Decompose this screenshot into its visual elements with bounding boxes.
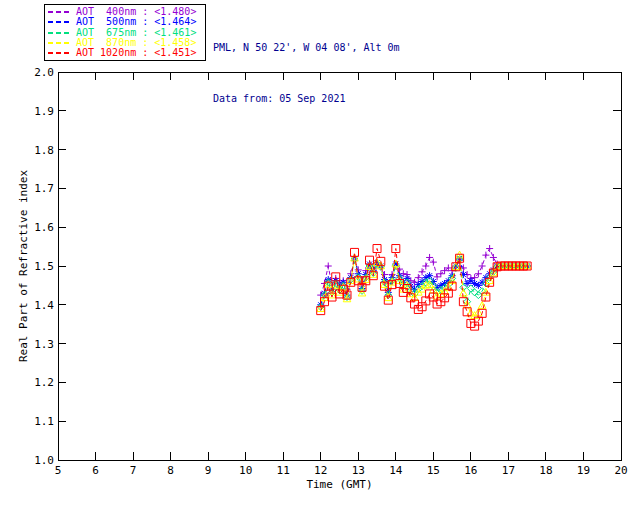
y-tick-label: 1.4	[34, 299, 54, 312]
triangle-markers	[317, 251, 531, 318]
plus-markers	[317, 245, 530, 299]
y-tick-label: 1.2	[34, 376, 54, 389]
x-tick-label: 8	[167, 464, 174, 477]
x-tick-label: 15	[427, 464, 440, 477]
x-tick-label: 13	[352, 464, 365, 477]
legend-item-label: AOT 1020nm : <1.451>	[76, 48, 196, 58]
y-tick-label: 1.9	[34, 105, 54, 118]
x-tick-label: 6	[92, 464, 99, 477]
diamond-dash-swatch	[48, 32, 72, 34]
x-tick-label: 16	[464, 464, 477, 477]
legend-item-label: AOT 675nm : <1.461>	[76, 28, 196, 38]
x-tick-label: 20	[614, 464, 627, 477]
x-tick-label: 10	[239, 464, 252, 477]
x-tick-label: 12	[314, 464, 327, 477]
station-header: PML, N 50 22', W 04 08', Alt 0m Data fro…	[213, 5, 400, 141]
data-date: Data from: 05 Sep 2021	[213, 90, 400, 107]
asterisk-dash-swatch	[48, 21, 72, 23]
square-dash-swatch	[48, 52, 72, 54]
x-tick-label: 11	[277, 464, 290, 477]
station-info: PML, N 50 22', W 04 08', Alt 0m	[213, 39, 400, 56]
y-tick-label: 1.0	[34, 454, 54, 467]
y-axis-title: Real Part of Refractive index	[17, 170, 30, 362]
x-tick-label: 19	[577, 464, 590, 477]
y-tick-label: 1.7	[34, 182, 54, 195]
legend-item: AOT 500nm : <1.464>	[48, 17, 202, 27]
series-aot-400nm	[317, 245, 530, 299]
x-tick-label: 17	[502, 464, 515, 477]
legend-box: AOT 400nm : <1.480>AOT 500nm : <1.464>AO…	[44, 4, 206, 61]
x-tick-label: 7	[130, 464, 137, 477]
y-tick-label: 2.0	[34, 66, 54, 79]
y-tick-label: 1.1	[34, 415, 54, 428]
series-aot-870nm	[317, 251, 531, 318]
y-tick-label: 1.5	[34, 260, 54, 273]
x-tick-label: 5	[55, 464, 62, 477]
y-tick-label: 1.8	[34, 144, 54, 157]
x-axis-title: Time (GMT)	[306, 478, 372, 491]
legend-item: AOT 1020nm : <1.451>	[48, 48, 202, 58]
plot-screen: AOT 400nm : <1.480>AOT 500nm : <1.464>AO…	[0, 0, 640, 512]
x-tick-label: 14	[389, 464, 403, 477]
x-tick-label: 9	[205, 464, 212, 477]
plus-dash-swatch	[48, 11, 72, 13]
x-tick-label: 18	[539, 464, 552, 477]
y-tick-label: 1.6	[34, 221, 54, 234]
triangle-dash-swatch	[48, 42, 72, 44]
y-tick-label: 1.3	[34, 338, 54, 351]
legend-item: AOT 675nm : <1.461>	[48, 28, 202, 38]
legend-item-label: AOT 500nm : <1.464>	[76, 17, 196, 27]
